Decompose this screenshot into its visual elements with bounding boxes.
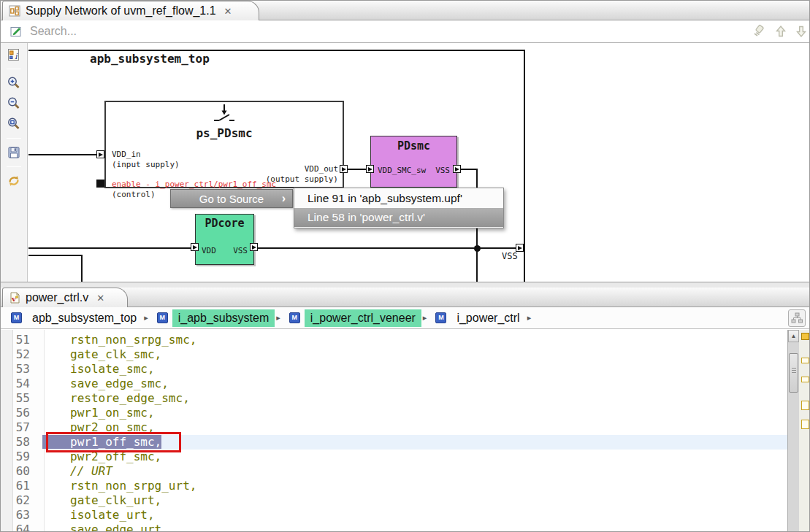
pdsmc-port-right-label: VSS (435, 166, 450, 175)
toolbar-separator (7, 69, 21, 69)
diagram-properties-button[interactable]: i (5, 46, 23, 63)
pdcore-port-right-label: VSS (233, 246, 248, 255)
scrollbar-thumb[interactable] (789, 353, 798, 393)
breadcrumb-expand-arrow[interactable]: ▸ (423, 313, 427, 323)
zoom-fit-button[interactable] (5, 115, 23, 133)
close-icon[interactable]: ✕ (224, 6, 232, 17)
refresh-button[interactable] (5, 172, 23, 190)
arrow-up-icon[interactable] (773, 24, 788, 39)
code-line-59[interactable]: 59pwr2_off_smc, (1, 450, 787, 464)
clear-search-icon[interactable] (750, 24, 766, 39)
line-number[interactable]: 57 (1, 420, 37, 435)
code-text: isolate_smc, (70, 362, 155, 376)
code-line-61[interactable]: 61rstn_non_srpg_urt, (1, 479, 787, 493)
code-line-57[interactable]: 57pwr2_on_smc, (1, 420, 787, 435)
line-number[interactable]: 64 (1, 523, 37, 532)
occurrence-marker[interactable] (801, 358, 809, 363)
pane-sash[interactable] (1, 282, 810, 288)
tab-power-ctrl[interactable]: v power_ctrl.v ✕ (2, 288, 128, 307)
breadcrumb-item[interactable]: i_apb_subsystem (172, 309, 275, 327)
line-number[interactable]: 61 (1, 479, 37, 493)
verilog-file-icon: v (9, 292, 20, 304)
search-input[interactable] (30, 23, 673, 40)
code-text: save_edge_smc, (70, 377, 169, 390)
line-number[interactable]: 54 (1, 377, 37, 391)
port-vdd-in[interactable] (96, 150, 104, 158)
overview-ruler-header[interactable] (801, 333, 809, 340)
zoom-out-button[interactable] (5, 95, 23, 112)
line-number[interactable]: 59 (1, 450, 37, 464)
breadcrumb-expand-arrow[interactable]: ▸ (144, 313, 148, 323)
breadcrumb-expand-arrow[interactable]: ▸ (276, 313, 280, 323)
code-line-58[interactable]: 58pwr1_off_smc, (1, 435, 787, 450)
module-icon: M (289, 312, 300, 323)
code-text: rstn_non_srpg_urt, (70, 479, 196, 493)
context-menu-go-to-source[interactable]: Go to Source › (170, 189, 293, 208)
port-vdd-out-kind: (output supply) (207, 174, 338, 184)
container-label: apb_subsystem_top (90, 52, 210, 66)
module-icon: M (11, 312, 22, 323)
refresh-icon (7, 174, 21, 188)
block-pdcore[interactable]: PDcore VDD VSS (195, 214, 254, 265)
line-number[interactable]: 51 (1, 333, 37, 347)
close-icon[interactable]: ✕ (96, 293, 104, 304)
submenu-item[interactable]: Line 58 in 'power_ctrl.v' (294, 208, 503, 227)
code-line-62[interactable]: 62gate_clk_urt, (1, 493, 787, 508)
occurrence-marker[interactable] (801, 377, 809, 382)
pdsmc-port-left-label: VDD_SMC_sw (378, 166, 426, 175)
port-vdd-in-label: VDD_in (112, 150, 141, 159)
line-number[interactable]: 58 (1, 435, 37, 450)
line-number[interactable]: 60 (1, 464, 37, 479)
diagram-properties-icon: i (7, 47, 21, 62)
code-line-51[interactable]: 51rstn_non_srpg_smc, (1, 333, 787, 347)
arrow-down-icon[interactable] (794, 24, 809, 39)
scroll-up-button[interactable]: ▲ (788, 330, 799, 342)
pdcore-port-left-label: VDD (202, 246, 216, 255)
edit-annotation-icon (9, 25, 23, 39)
port-vdd-out[interactable] (340, 165, 348, 173)
supply-network-icon (9, 5, 20, 17)
line-number[interactable]: 63 (1, 508, 37, 523)
zoom-out-icon (7, 96, 21, 111)
save-button[interactable] (5, 144, 23, 161)
code-line-63[interactable]: 63isolate_urt, (1, 508, 787, 523)
pdsmc-port-left[interactable] (366, 165, 374, 173)
breadcrumb-item[interactable]: i_power_ctrl (451, 309, 525, 327)
search-bar (1, 20, 810, 43)
code-line-55[interactable]: 55restore_edge_smc, (1, 391, 787, 406)
occurrence-marker[interactable] (801, 420, 809, 429)
submenu-item[interactable]: Line 91 in 'apb_subsystem.upf' (294, 189, 503, 208)
editor-tabbar: v power_ctrl.v ✕ (1, 288, 810, 307)
block-pdsmc[interactable]: PDsmc VDD_SMC_sw VSS (370, 136, 457, 188)
breadcrumb-item[interactable]: i_power_ctrl_veneer (305, 309, 421, 327)
code-editor[interactable]: 51rstn_non_srpg_smc,52gate_clk_smc,53iso… (1, 330, 810, 532)
net-vss-top (460, 169, 478, 170)
vertical-scrollbar[interactable]: ▲ (787, 330, 799, 532)
occurrence-marker[interactable] (801, 401, 809, 410)
zoom-fit-icon (7, 117, 21, 131)
tab-supply-network[interactable]: Supply Network of uvm_ref_flow_1.1 ✕ (2, 1, 259, 20)
zoom-in-button[interactable] (5, 74, 23, 92)
code-line-54[interactable]: 54save_edge_smc, (1, 377, 787, 391)
code-line-56[interactable]: 56pwr1_on_smc, (1, 406, 787, 420)
line-number[interactable]: 56 (1, 406, 37, 420)
module-icon: M (157, 312, 168, 323)
code-line-64[interactable]: 64save_edge_urt, (1, 523, 787, 532)
line-number[interactable]: 52 (1, 347, 37, 362)
net-vdd-in (28, 154, 99, 155)
breadcrumb-item[interactable]: apb_subsystem_top (26, 309, 142, 327)
show-hierarchy-button[interactable] (788, 309, 806, 327)
breadcrumb-expand-arrow[interactable]: ▸ (527, 313, 532, 323)
code-line-53[interactable]: 53isolate_smc, (1, 362, 787, 377)
pdsmc-port-right[interactable] (453, 165, 461, 173)
line-number[interactable]: 53 (1, 362, 37, 377)
pdcore-port-left[interactable] (191, 243, 199, 251)
pdcore-port-right[interactable] (250, 243, 258, 251)
port-vss-boundary[interactable] (516, 244, 524, 252)
line-number[interactable]: 55 (1, 391, 37, 406)
code-line-52[interactable]: 52gate_clk_smc, (1, 347, 787, 362)
code-line-60[interactable]: 60// URT (1, 464, 787, 479)
line-number[interactable]: 62 (1, 493, 37, 508)
supply-view-tabbar: Supply Network of uvm_ref_flow_1.1 ✕ (1, 1, 810, 20)
port-enable[interactable] (96, 180, 104, 188)
